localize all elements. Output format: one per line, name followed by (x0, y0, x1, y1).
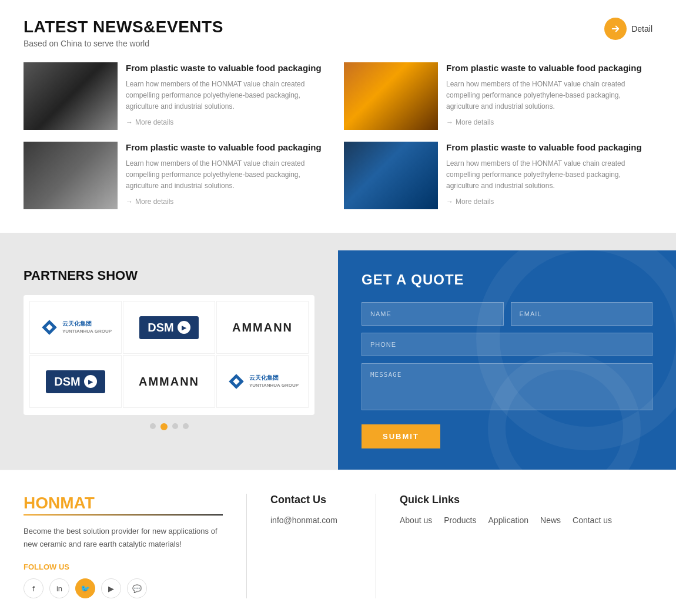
carousel-dot-4[interactable] (183, 423, 189, 429)
yuntianhua-logo-2: 云天化集团YUNTIANHUA GROUP (226, 371, 299, 391)
news-content-2: From plastic waste to valuable food pack… (446, 62, 652, 126)
dsm-logo-1: DSM ▶ (139, 316, 198, 339)
partner-cell-yuntianhua-2: 云天化集团YUNTIANHUA GROUP (216, 355, 309, 408)
quick-links-list: About us Products Application News Conta… (400, 515, 612, 525)
news-subtitle: Based on China to serve the world (24, 39, 223, 48)
news-image-4 (344, 142, 438, 209)
quick-link-application[interactable]: Application (488, 515, 529, 525)
phone-input[interactable] (362, 333, 652, 356)
carousel-dot-1[interactable] (150, 423, 156, 429)
detail-label: Detail (631, 24, 652, 34)
arrow-icon-3: → (126, 197, 133, 206)
partners-section: PARTNERS SHOW 云天化集团YUNTIANHUA GROUP DSM (0, 250, 338, 470)
partner-cell-ammann-1: AMMANN (216, 301, 309, 354)
detail-circle-icon (604, 18, 627, 40)
footer-brand: HONMAT Become the best solution provider… (24, 494, 247, 598)
arrow-icon-2: → (446, 118, 453, 126)
links-title: Quick Links (400, 494, 612, 506)
footer-links: Quick Links About us Products Applicatio… (376, 494, 612, 598)
grey-divider (0, 233, 676, 250)
news-header: LATEST NEWS&EVENTS Based on China to ser… (24, 18, 652, 48)
quick-link-products[interactable]: Products (444, 515, 476, 525)
wechat-icon[interactable]: 💬 (127, 578, 147, 598)
message-input[interactable] (362, 363, 652, 410)
news-item-title-2: From plastic waste to valuable food pack… (446, 62, 652, 74)
yuntianhua-text-1: 云天化集团YUNTIANHUA GROUP (62, 320, 112, 334)
news-title: LATEST NEWS&EVENTS (24, 18, 223, 36)
news-img-inner-3 (24, 142, 118, 209)
ammann-logo-1: AMMANN (232, 321, 293, 334)
news-img-inner-1 (24, 62, 118, 130)
more-details-label-2: More details (456, 118, 494, 126)
news-item: From plastic waste to valuable food pack… (344, 62, 652, 130)
follow-label: FOLLOW US (24, 563, 223, 571)
more-details-2[interactable]: → More details (446, 118, 652, 126)
form-row-phone (362, 333, 652, 356)
arrow-icon-4: → (446, 197, 453, 206)
more-details-1[interactable]: → More details (126, 118, 332, 126)
dsm-text-2: DSM (54, 375, 80, 389)
dsm-icon-2: ▶ (84, 375, 97, 388)
social-icons: f in 🐦 ▶ 💬 (24, 578, 223, 598)
news-grid: From plastic waste to valuable food pack… (24, 62, 652, 209)
news-item-desc-3: Learn how members of the HONMAT value ch… (126, 158, 332, 192)
quick-link-news[interactable]: News (540, 515, 561, 525)
carousel-dot-3[interactable] (172, 423, 178, 429)
form-row-message (362, 363, 652, 410)
logo-hon: HONMAT (24, 494, 95, 512)
partner-row-1: 云天化集团YUNTIANHUA GROUP DSM ▶ AMMANN (29, 301, 309, 354)
footer-contact: Contact Us info@honmat.com (247, 494, 376, 598)
form-row-name-email (362, 302, 652, 326)
news-img-inner-4 (344, 142, 438, 209)
submit-button[interactable]: SUBMIT (362, 424, 440, 448)
yuntianhua-logo-1: 云天化集团YUNTIANHUA GROUP (39, 317, 112, 337)
logo-underline (24, 514, 223, 515)
news-item: From plastic waste to valuable food pack… (24, 142, 332, 209)
yuntianhua-text-2: 云天化集团YUNTIANHUA GROUP (249, 374, 299, 389)
detail-button[interactable]: Detail (604, 18, 652, 40)
quick-link-contact[interactable]: Contact us (573, 515, 612, 525)
news-item-title-3: From plastic waste to valuable food pack… (126, 142, 332, 153)
more-details-label-3: More details (135, 197, 173, 206)
ammann-logo-2: AMMANN (139, 375, 199, 389)
partner-row-2: DSM ▶ AMMANN 云天化集团YUNTIA (29, 355, 309, 408)
news-image-1 (24, 62, 118, 130)
honmat-logo: HONMAT (24, 494, 223, 515)
news-item-desc-4: Learn how members of the HONMAT value ch… (446, 158, 652, 192)
news-content-1: From plastic waste to valuable food pack… (126, 62, 332, 126)
partner-cell-yuntianhua-1: 云天化集团YUNTIANHUA GROUP (29, 301, 122, 354)
news-item-title-1: From plastic waste to valuable food pack… (126, 62, 332, 74)
partners-grid: 云天化集团YUNTIANHUA GROUP DSM ▶ AMMANN (24, 295, 314, 415)
dsm-icon-1: ▶ (178, 321, 190, 334)
news-img-inner-2 (344, 62, 438, 130)
news-section: LATEST NEWS&EVENTS Based on China to ser… (0, 0, 676, 233)
news-item-desc-2: Learn how members of the HONMAT value ch… (446, 79, 652, 113)
dsm-text-1: DSM (148, 321, 173, 334)
quote-form: SUBMIT (362, 302, 652, 448)
arrow-right-icon (610, 24, 621, 34)
linkedin-icon[interactable]: in (49, 578, 69, 598)
email-input[interactable] (511, 302, 653, 326)
dsm-logo-2: DSM ▶ (46, 370, 105, 393)
carousel-dot-2[interactable] (160, 423, 168, 430)
footer: HONMAT Become the best solution provider… (0, 470, 676, 610)
twitter-icon[interactable]: 🐦 (75, 578, 95, 598)
name-input[interactable] (362, 302, 504, 326)
youtube-icon[interactable]: ▶ (101, 578, 121, 598)
dsm-icon-inner: ▶ (182, 324, 186, 331)
arrow-icon-1: → (126, 118, 133, 126)
news-item-desc-1: Learn how members of the HONMAT value ch… (126, 79, 332, 113)
news-item: From plastic waste to valuable food pack… (24, 62, 332, 130)
footer-email: info@honmat.com (270, 515, 352, 525)
news-item-title-4: From plastic waste to valuable food pack… (446, 142, 652, 153)
news-header-left: LATEST NEWS&EVENTS Based on China to ser… (24, 18, 223, 48)
news-content-3: From plastic waste to valuable food pack… (126, 142, 332, 206)
facebook-icon[interactable]: f (24, 578, 43, 598)
yuntianhua-diamond-icon-2 (226, 371, 246, 391)
quick-link-about[interactable]: About us (400, 515, 432, 525)
more-details-3[interactable]: → More details (126, 197, 332, 206)
dsm-icon-inner-2: ▶ (88, 379, 93, 385)
partners-title: PARTNERS SHOW (24, 268, 314, 283)
follow-text: FOLLOW (24, 563, 56, 571)
more-details-4[interactable]: → More details (446, 197, 652, 206)
